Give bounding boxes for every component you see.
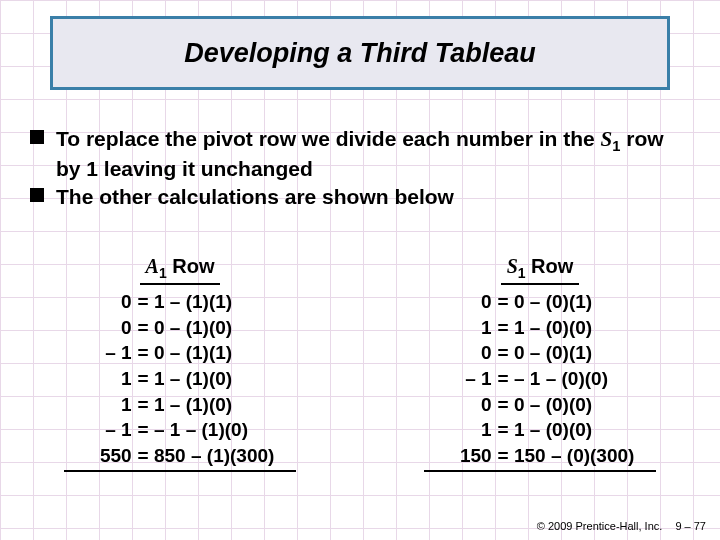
calc-row: 1= 1 – (0)(0) (446, 417, 635, 443)
calc-row: 0= 0 – (0)(0) (446, 392, 635, 418)
calc-row: 550= 850 – (1)(300) (86, 443, 275, 469)
calc-row: 150= 150 – (0)(300) (446, 443, 635, 469)
bullet-text: The other calculations are shown below (56, 184, 454, 210)
calc-rows: 0= 1 – (1)(1) 0= 0 – (1)(0) – 1= 0 – (1)… (86, 289, 275, 468)
column-s1: S1 Row 0= 0 – (0)(1) 1= 1 – (0)(0) 0= 0 … (360, 255, 720, 472)
calc-row: 1= 1 – (0)(0) (446, 315, 635, 341)
square-bullet-icon (30, 130, 44, 144)
column-rule (64, 470, 296, 472)
calc-rows: 0= 0 – (0)(1) 1= 1 – (0)(0) 0= 0 – (0)(1… (446, 289, 635, 468)
bullet-list: To replace the pivot row we divide each … (30, 126, 690, 212)
calc-row: – 1= 0 – (1)(1) (86, 340, 275, 366)
copyright-text: © 2009 Prentice-Hall, Inc. (537, 520, 663, 532)
page-title: Developing a Third Tableau (184, 38, 536, 69)
column-rule (424, 470, 656, 472)
title-bar: Developing a Third Tableau (50, 16, 670, 90)
calc-row: 0= 0 – (1)(0) (86, 315, 275, 341)
calc-row: 0= 1 – (1)(1) (86, 289, 275, 315)
footer: © 2009 Prentice-Hall, Inc. 9 – 77 (537, 520, 706, 532)
square-bullet-icon (30, 188, 44, 202)
calc-row: 0= 0 – (0)(1) (446, 340, 635, 366)
list-item: To replace the pivot row we divide each … (30, 126, 690, 182)
list-item: The other calculations are shown below (30, 184, 690, 210)
calc-row: 1= 1 – (1)(0) (86, 392, 275, 418)
bullet-text: To replace the pivot row we divide each … (56, 126, 690, 182)
calculation-columns: A1 Row 0= 1 – (1)(1) 0= 0 – (1)(0) – 1= … (0, 255, 720, 472)
calc-row: 0= 0 – (0)(1) (446, 289, 635, 315)
calc-row: – 1= – 1 – (0)(0) (446, 366, 635, 392)
column-header: A1 Row (140, 255, 221, 285)
slide-number: 9 – 77 (675, 520, 706, 532)
column-a1: A1 Row 0= 1 – (1)(1) 0= 0 – (1)(0) – 1= … (0, 255, 360, 472)
calc-row: 1= 1 – (1)(0) (86, 366, 275, 392)
calc-row: – 1= – 1 – (1)(0) (86, 417, 275, 443)
column-header: S1 Row (501, 255, 580, 285)
